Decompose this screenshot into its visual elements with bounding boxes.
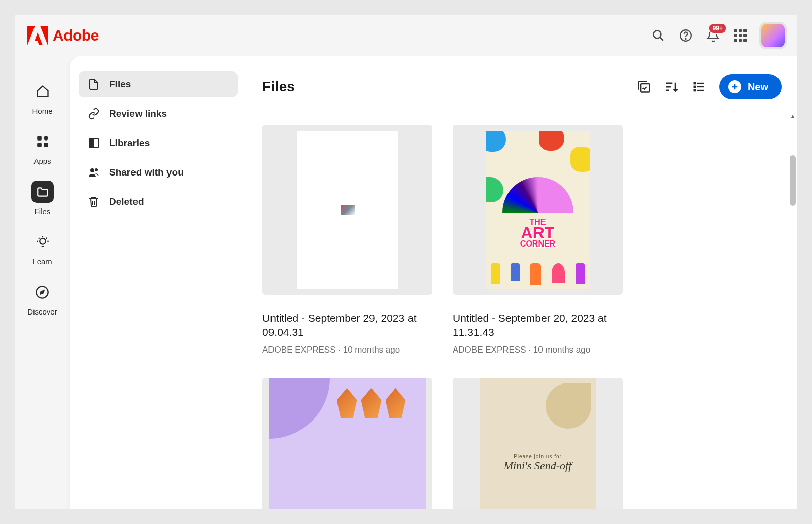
svg-point-8 [40,238,46,244]
svg-marker-16 [41,291,44,294]
svg-point-3 [685,39,686,39]
files-scroll[interactable]: ▲ Untitled - September 29, 2023 at 09.04… [247,110,797,509]
file-icon [88,78,100,90]
file-title: Untitled - September 20, 2023 at 11.31.4… [453,311,623,340]
lightbulb-icon [36,235,50,249]
search-icon[interactable] [652,29,665,42]
notification-badge: 99+ [708,23,727,34]
file-thumbnail: Please join us for Mini's Send-off [453,378,623,509]
main-panel: Files Review links Libraries [70,56,797,509]
scroll-up-arrow[interactable]: ▲ [790,113,796,120]
nav-home-label: Home [32,107,52,115]
nav-files[interactable]: Files [31,181,54,216]
side-item-label: Deleted [109,196,144,207]
apps-switcher-icon[interactable] [734,29,747,42]
file-card[interactable]: Please join us for Mini's Send-off [453,378,623,509]
app-container: Adobe 99+ [15,15,797,509]
svg-rect-29 [693,86,696,88]
side-item-label: Review links [109,108,167,119]
scrollbar-thumb[interactable] [790,155,796,206]
nav-discover-label: Discover [27,307,57,316]
file-meta: ADOBE EXPRESS · 10 months ago [453,345,623,355]
svg-line-1 [660,37,663,41]
body-area: Home Apps Files [15,56,797,509]
svg-rect-18 [89,138,93,148]
side-item-label: Libraries [109,137,150,149]
nav-home[interactable]: Home [31,80,54,115]
svg-point-5 [44,136,48,141]
svg-rect-27 [693,82,696,85]
svg-rect-31 [693,89,696,92]
libraries-icon [88,137,100,149]
user-avatar[interactable] [761,24,785,47]
svg-rect-32 [697,90,704,91]
side-item-label: Shared with you [109,167,184,178]
list-view-icon[interactable] [692,80,706,94]
adobe-logo[interactable]: Adobe [27,26,99,45]
svg-line-13 [46,238,47,239]
side-item-libraries[interactable]: Libraries [79,130,238,156]
folder-icon [36,185,49,198]
content-actions: New [637,74,782,99]
file-card[interactable]: Untitled - September 29, 2023 at 09.04.3… [262,125,432,355]
adobe-wordmark: Adobe [53,27,99,44]
select-multiple-icon[interactable] [637,80,651,94]
content-area: Files [247,56,797,509]
header-actions: 99+ [652,24,785,47]
svg-point-20 [95,168,98,171]
file-card[interactable] [262,378,432,509]
file-thumbnail [262,378,432,509]
sort-icon[interactable] [664,80,679,94]
svg-rect-7 [44,143,48,147]
plus-icon [728,80,741,93]
link-icon [88,108,100,120]
side-item-files[interactable]: Files [79,71,238,97]
help-icon[interactable] [679,29,692,42]
top-header: Adobe 99+ [15,15,797,56]
nav-apps-label: Apps [33,157,51,165]
file-meta: ADOBE EXPRESS · 10 months ago [262,345,432,355]
files-grid: Untitled - September 29, 2023 at 09.04.3… [262,125,782,509]
file-title: Untitled - September 29, 2023 at 09.04.3… [262,311,432,340]
compass-icon [35,285,49,299]
svg-rect-28 [697,83,704,84]
page-title: Files [262,79,295,95]
file-thumbnail [262,125,432,295]
home-icon [36,84,50,98]
svg-rect-6 [37,143,42,147]
nav-apps[interactable]: Apps [31,130,54,165]
svg-point-19 [90,168,94,172]
nav-discover[interactable]: Discover [27,281,57,316]
content-header: Files [247,56,797,110]
apps-icon [36,135,49,148]
people-icon [88,166,100,179]
side-list: Files Review links Libraries [70,56,247,509]
side-item-shared[interactable]: Shared with you [79,159,238,186]
svg-rect-30 [697,86,704,87]
trash-icon [88,196,100,208]
side-item-review-links[interactable]: Review links [79,100,238,127]
side-item-label: Files [109,79,131,90]
nav-files-label: Files [35,207,51,216]
notifications-icon[interactable]: 99+ [706,29,720,42]
adobe-a-icon [27,26,48,45]
file-card[interactable]: THE ART CORNER [453,125,623,355]
nav-learn-label: Learn [32,257,52,266]
nav-learn[interactable]: Learn [31,231,54,266]
left-nav: Home Apps Files [15,56,70,509]
side-item-deleted[interactable]: Deleted [79,189,238,215]
svg-point-0 [653,30,661,38]
svg-line-12 [38,238,39,239]
file-thumbnail: THE ART CORNER [453,125,623,295]
svg-rect-4 [37,136,42,141]
new-button[interactable]: New [719,74,782,99]
new-button-label: New [748,81,768,93]
